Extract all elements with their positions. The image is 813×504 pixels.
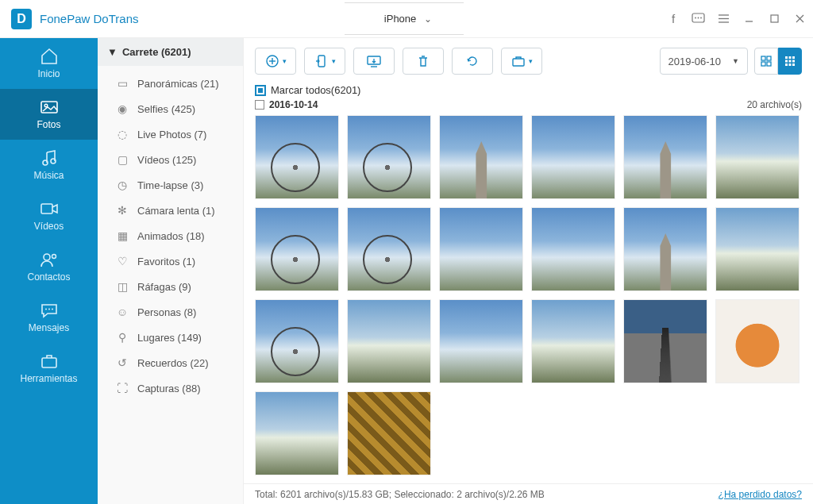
photo-thumb[interactable] [255,299,339,383]
livephoto-icon: ◌ [115,128,129,140]
svg-rect-36 [792,56,795,59]
view-grid-small[interactable] [778,48,802,75]
select-all-label: Marcar todos(6201) [271,84,360,96]
memories-icon: ↺ [115,356,129,369]
refresh-button[interactable] [452,48,493,75]
group-date: 2016-10-14 [269,99,318,110]
svg-rect-39 [792,60,795,63]
photo-thumb[interactable] [715,299,800,383]
photo-thumb[interactable] [439,207,523,291]
tools-icon [40,352,59,370]
photo-thumb[interactable] [439,115,523,199]
category-slowmo[interactable]: ✻Cámara lenta (1) [98,198,243,223]
nav-videos[interactable]: Vídeos [0,190,98,241]
chevron-down-icon: ⌄ [424,13,432,25]
status-summary: Total: 6201 archivo(s)/15.83 GB; Selecci… [255,489,545,500]
category-screenshots[interactable]: ⛶Capturas (88) [98,375,243,401]
category-header[interactable]: ▼ Carrete (6201) [98,38,243,66]
photo-thumb[interactable] [715,115,800,199]
lost-data-link[interactable]: ¿Ha perdido datos? [719,489,802,500]
nav-music[interactable]: Música [0,140,98,190]
photo-thumb[interactable] [347,299,431,383]
category-livephotos[interactable]: ◌Live Photos (7) [98,121,243,147]
group-checkbox[interactable] [255,100,264,110]
triangle-down-icon: ▼ [107,46,118,58]
export-to-pc-button[interactable] [353,48,395,75]
heart-icon: ♡ [115,255,129,267]
app-logo: D [11,9,32,29]
svg-rect-34 [785,56,788,59]
svg-rect-40 [785,63,788,66]
svg-point-18 [52,255,56,259]
burst-icon: ◫ [115,280,129,293]
svg-rect-29 [513,59,524,66]
category-memories[interactable]: ↺Recuerdos (22) [98,350,243,375]
date-filter[interactable]: 2019-06-10▼ [660,48,748,75]
nav-photos[interactable]: Fotos [0,89,98,140]
timelapse-icon: ◷ [115,179,129,191]
svg-rect-31 [767,56,771,60]
category-selfies[interactable]: ◉Selfies (425) [98,96,243,121]
svg-rect-32 [761,62,765,66]
category-timelapse[interactable]: ◷Time-lapse (3) [98,172,243,198]
chevron-down-icon: ▾ [529,57,533,65]
svg-rect-22 [42,358,56,367]
group-count: 20 archivo(s) [747,99,802,110]
svg-point-12 [44,104,48,107]
photo-thumb[interactable] [255,391,339,475]
close-button[interactable] [788,0,813,38]
svg-point-17 [44,254,50,260]
svg-rect-8 [771,15,778,22]
select-all-checkbox[interactable] [255,85,266,96]
photo-thumb[interactable] [255,115,339,199]
category-bursts[interactable]: ◫Ráfagas (9) [98,274,243,299]
svg-point-21 [52,309,53,310]
category-people[interactable]: ☺Personas (8) [98,299,243,325]
chevron-down-icon: ▾ [332,57,336,65]
photo-thumb[interactable] [623,299,707,383]
photos-icon [40,98,59,116]
maximize-button[interactable] [762,0,788,38]
photo-categories: ▼ Carrete (6201) ▭Panorámicas (21) ◉Self… [98,38,244,504]
photo-thumb[interactable] [347,207,431,291]
photo-thumb[interactable] [347,391,431,475]
svg-rect-30 [761,56,765,60]
delete-button[interactable] [403,48,444,75]
svg-point-2 [698,17,699,19]
category-places[interactable]: ⚲Lugares (149) [98,325,243,350]
photo-thumb[interactable] [531,115,615,199]
add-button[interactable]: ▾ [255,48,296,75]
photo-thumb[interactable] [623,115,707,199]
export-to-device-button[interactable]: ▾ [304,48,345,75]
facebook-icon[interactable]: f [661,0,686,38]
device-picker[interactable]: iPhone ⌄ [345,2,464,35]
nav-contacts[interactable]: Contactos [0,241,98,292]
category-favorites[interactable]: ♡Favoritos (1) [98,248,243,274]
nav-messages[interactable]: Mensajes [0,292,98,343]
chevron-down-icon: ▾ [283,57,287,65]
photo-thumb[interactable] [439,299,523,383]
sidebar-nav: Inicio Fotos Música Vídeos Contactos Men… [0,38,98,504]
photo-thumb[interactable] [715,207,800,291]
nav-home[interactable]: Inicio [0,38,98,89]
photo-thumb[interactable] [255,207,339,291]
photo-thumb[interactable] [531,299,615,383]
svg-rect-38 [789,60,792,63]
videos-icon [40,200,59,217]
view-grid-large[interactable] [754,48,778,75]
category-animated[interactable]: ▦Animados (18) [98,223,243,248]
music-icon [40,149,59,167]
category-panoramas[interactable]: ▭Panorámicas (21) [98,71,243,96]
screenshot-icon: ⛶ [115,382,129,394]
toolbox-button[interactable]: ▾ [501,48,542,75]
category-videos[interactable]: ▢Vídeos (125) [98,147,243,172]
nav-tools[interactable]: Herramientas [0,343,98,394]
photo-thumb[interactable] [347,115,431,199]
menu-icon[interactable] [711,0,737,38]
photo-thumb[interactable] [531,207,615,291]
messages-icon [40,302,59,319]
minimize-button[interactable] [737,0,762,38]
svg-rect-37 [785,60,788,63]
photo-thumb[interactable] [623,207,707,291]
feedback-icon[interactable] [686,0,711,38]
